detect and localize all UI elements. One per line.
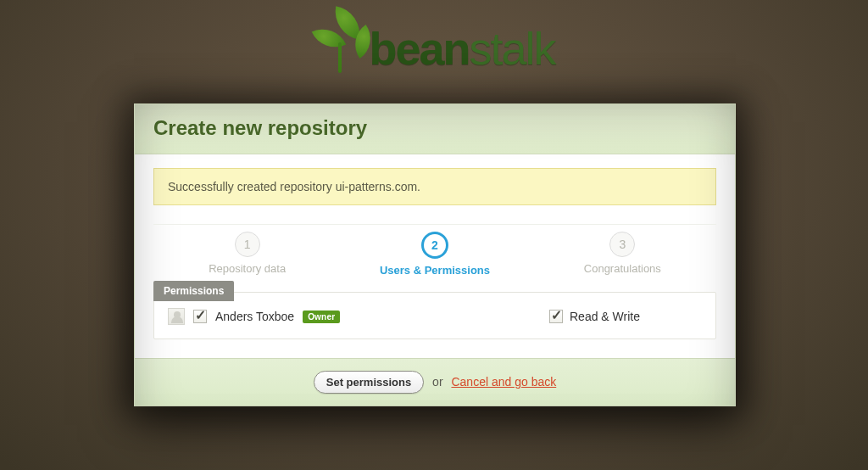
read-write-checkbox[interactable] xyxy=(549,310,563,323)
step-number: 2 xyxy=(421,232,448,259)
step-label: Users & Permissions xyxy=(341,264,528,277)
avatar-icon xyxy=(168,308,185,325)
step-number: 1 xyxy=(235,232,260,257)
logo-text: beanstalk xyxy=(369,22,554,75)
step-repository-data[interactable]: 1 Repository data xyxy=(153,225,341,277)
leaf-icon xyxy=(313,8,374,70)
wizard-card: Create new repository Successfully creat… xyxy=(134,104,736,406)
owner-badge: Owner xyxy=(303,311,340,323)
app-logo: beanstalk xyxy=(0,8,868,75)
or-text: or xyxy=(432,375,442,389)
card-header: Create new repository xyxy=(135,104,735,154)
step-congratulations[interactable]: 3 Congratulations xyxy=(529,225,716,277)
cancel-link[interactable]: Cancel and go back xyxy=(451,375,556,389)
set-permissions-button[interactable]: Set permissions xyxy=(314,371,424,394)
step-label: Repository data xyxy=(153,262,341,275)
step-number: 3 xyxy=(609,232,635,257)
user-name: Anders Toxboe xyxy=(215,310,294,323)
page-title: Create new repository xyxy=(153,116,716,140)
permissions-tab-label: Permissions xyxy=(153,281,234,301)
step-users-permissions[interactable]: 2 Users & Permissions xyxy=(341,225,528,277)
flash-message: Successfully created repository ui-patte… xyxy=(168,180,420,193)
user-select-checkbox[interactable] xyxy=(193,310,207,323)
step-label: Congratulations xyxy=(529,262,716,275)
read-write-label: Read & Write xyxy=(570,310,640,323)
wizard-steps: 1 Repository data 2 Users & Permissions … xyxy=(153,224,716,277)
permission-row: Anders Toxboe Owner Read & Write xyxy=(168,308,702,325)
success-flash: Successfully created repository ui-patte… xyxy=(153,168,716,205)
permissions-panel: Permissions Anders Toxboe Owner Read & W… xyxy=(153,292,716,339)
card-footer: Set permissions or Cancel and go back xyxy=(135,358,735,406)
